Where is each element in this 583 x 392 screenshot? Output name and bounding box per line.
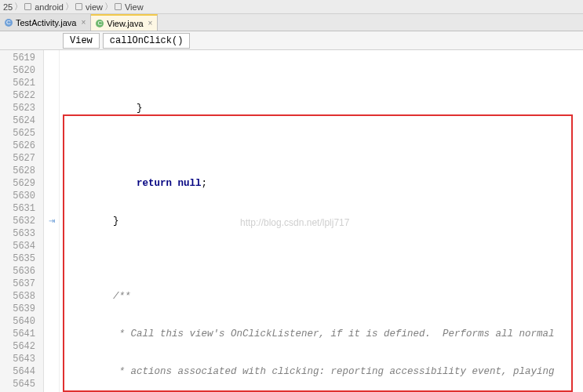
code-line: * actions associated with clicking: repo…	[60, 365, 583, 378]
member-nav: View callOnClick()	[0, 31, 583, 50]
java-class-icon: C	[5, 19, 13, 27]
folder-icon	[24, 3, 31, 10]
class-icon	[115, 3, 122, 10]
code-line	[60, 140, 583, 152]
chevron-right-icon: 〉	[65, 1, 74, 13]
chevron-right-icon: 〉	[104, 1, 113, 13]
nav-member[interactable]: callOnClick()	[103, 33, 191, 49]
java-class-icon: C	[96, 20, 104, 27]
breadcrumb-item[interactable]: View	[125, 2, 144, 12]
code-line: * Call this view's OnClickListener, if i…	[60, 328, 583, 340]
code-area[interactable]: http://blog.csdn.net/lplj717 } return nu…	[60, 50, 583, 392]
code-line: }	[60, 215, 583, 227]
tab-label: TestActivity.java	[16, 18, 76, 27]
tab-view[interactable]: C View.java ×	[91, 14, 158, 31]
code-line: /**	[60, 290, 583, 303]
folder-icon	[75, 3, 82, 10]
breadcrumb-item[interactable]: view	[86, 2, 103, 12]
editor-tabs: C TestActivity.java × C View.java ×	[0, 14, 583, 31]
tab-testactivity[interactable]: C TestActivity.java ×	[0, 14, 91, 31]
code-line	[60, 252, 583, 265]
code-line: }	[60, 102, 583, 114]
marker-gutter: ⇥	[44, 50, 60, 392]
close-icon[interactable]: ×	[148, 19, 153, 27]
breadcrumb-item[interactable]: android	[35, 2, 64, 12]
breadcrumb-root[interactable]: 25	[3, 2, 13, 12]
line-number-gutter: 5619562056215622562356245625562656275628…	[0, 50, 44, 392]
tab-label: View.java	[107, 19, 143, 28]
code-editor[interactable]: 5619562056215622562356245625562656275628…	[0, 50, 583, 392]
chevron-right-icon: 〉	[14, 1, 23, 13]
nav-class[interactable]: View	[63, 33, 100, 49]
close-icon[interactable]: ×	[81, 18, 86, 27]
breadcrumb: 25 〉 android 〉 view 〉 View	[0, 0, 583, 14]
code-line: return null;	[60, 177, 583, 190]
